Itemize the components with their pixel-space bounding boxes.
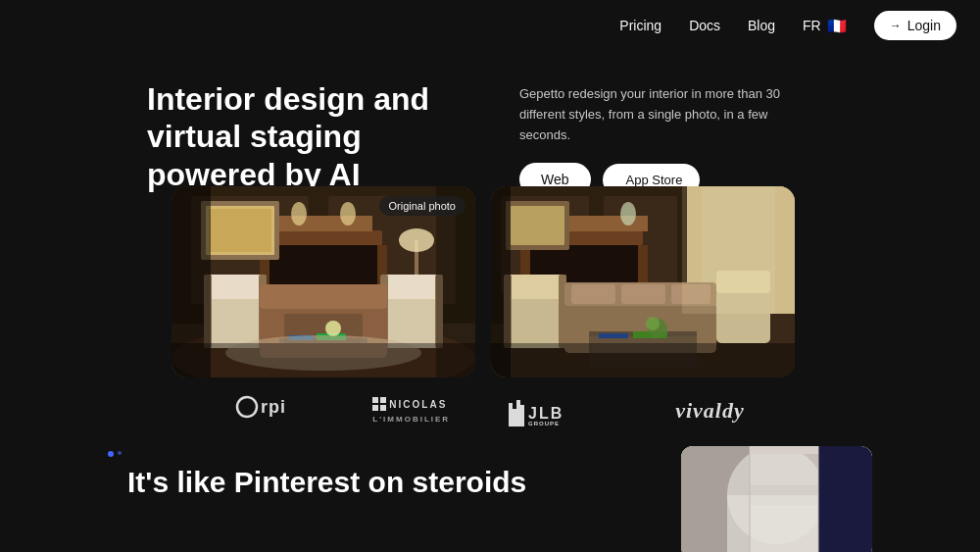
svg-rect-77 (372, 405, 378, 411)
nav-blog[interactable]: Blog (748, 18, 775, 33)
svg-text:JLB: JLB (528, 405, 564, 422)
nav-docs[interactable]: Docs (689, 18, 720, 33)
login-button[interactable]: → Login (874, 11, 956, 40)
logos-row: rpi NICOLAS L'IMMOBILIER JLB GROUPE (0, 392, 980, 428)
dot-2 (118, 451, 122, 455)
svg-rect-61 (571, 284, 615, 304)
svg-rect-70 (682, 186, 795, 314)
original-photo-container: Original photo (172, 186, 475, 377)
svg-rect-52 (511, 206, 564, 245)
original-photo-badge: Original photo (379, 196, 466, 216)
logo-nicolas: NICOLAS L'IMMOBILIER (372, 397, 450, 424)
nav-pricing[interactable]: Pricing (619, 18, 662, 33)
svg-rect-54 (506, 275, 564, 299)
flag-icon: 🇫🇷 (827, 17, 847, 35)
svg-rect-76 (380, 397, 386, 403)
svg-point-11 (340, 202, 356, 226)
svg-rect-79 (509, 403, 513, 427)
nicolas-subtitle: L'IMMOBILIER (372, 415, 450, 424)
svg-point-16 (399, 228, 434, 252)
svg-rect-91 (818, 446, 872, 552)
svg-point-50 (620, 202, 636, 226)
svg-rect-72 (491, 343, 795, 377)
svg-rect-94 (750, 446, 818, 454)
hero-right: Gepetto redesign your interior in more t… (519, 80, 941, 196)
login-label: Login (907, 18, 941, 33)
vivaldy-text: vivaldy (675, 398, 745, 424)
svg-point-73 (237, 397, 257, 417)
bottom-title: It's like Pinterest on steroids (127, 465, 526, 500)
svg-rect-53 (506, 294, 564, 348)
lang-label: FR (803, 18, 821, 33)
svg-rect-9 (274, 216, 372, 231)
svg-rect-90 (727, 495, 825, 552)
arrow-icon: → (890, 19, 902, 32)
svg-rect-26 (260, 284, 387, 309)
logo-orpi: rpi (235, 392, 314, 428)
svg-point-10 (291, 202, 307, 226)
svg-rect-66 (599, 333, 628, 338)
nicolas-label: NICOLAS (389, 399, 447, 410)
ai-room-image (491, 186, 795, 377)
svg-rect-21 (382, 294, 441, 348)
orpi-text: rpi (235, 392, 314, 428)
logo-jlb: JLB GROUPE (509, 395, 616, 427)
svg-rect-62 (621, 284, 665, 304)
logo-vivaldy: vivaldy (675, 398, 745, 424)
hero-left: Interior design and virtual staging powe… (147, 80, 461, 196)
language-switcher[interactable]: FR 🇫🇷 (803, 17, 847, 35)
svg-text:GROUPE: GROUPE (528, 421, 560, 427)
bottom-right-image-inner (681, 446, 872, 552)
navigation: Pricing Docs Blog FR 🇫🇷 → Login (0, 0, 980, 51)
hero-description: Gepetto redesign your interior in more t… (519, 84, 794, 145)
hero-section: Interior design and virtual staging powe… (0, 51, 980, 196)
svg-rect-35 (172, 343, 475, 377)
dot-1 (108, 451, 114, 457)
svg-rect-80 (513, 409, 516, 427)
svg-rect-17 (206, 294, 265, 348)
decorative-dots (108, 451, 526, 457)
room-images-row: Original photo (172, 186, 795, 377)
bottom-left: It's like Pinterest on steroids (127, 451, 526, 500)
svg-rect-75 (372, 397, 378, 403)
svg-rect-22 (382, 275, 441, 299)
svg-point-31 (325, 321, 341, 336)
svg-rect-82 (520, 405, 524, 427)
svg-rect-81 (516, 400, 520, 427)
svg-point-69 (646, 317, 660, 330)
bottom-right-image (681, 446, 872, 552)
svg-rect-6 (265, 230, 382, 245)
svg-rect-14 (209, 209, 271, 252)
svg-text:rpi: rpi (261, 397, 286, 417)
svg-rect-78 (380, 405, 386, 411)
svg-rect-18 (206, 275, 265, 299)
ai-photo-container (491, 186, 795, 377)
appstore-label: App Store (626, 173, 683, 187)
hero-title: Interior design and virtual staging powe… (147, 80, 461, 193)
nicolas-top: NICOLAS (372, 397, 447, 411)
